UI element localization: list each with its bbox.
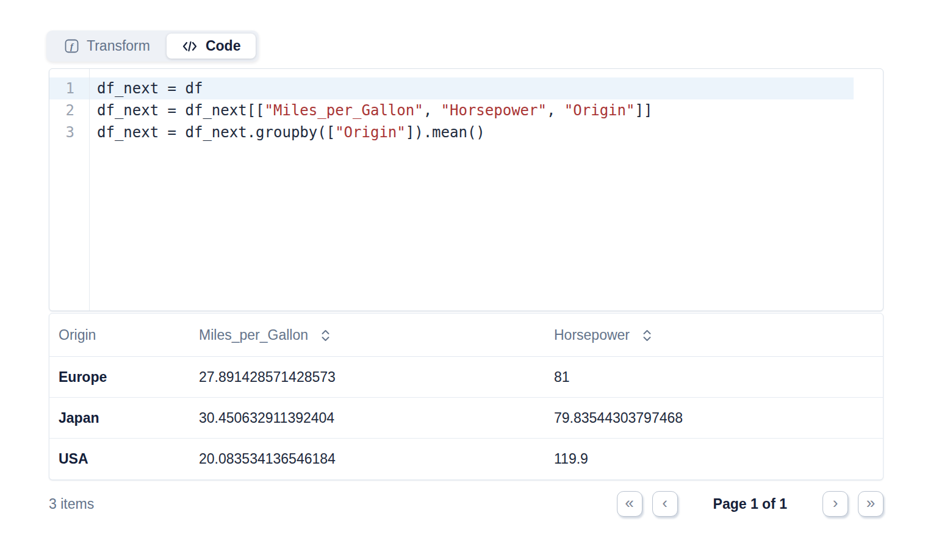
editor-gutter: 1 2 3	[49, 69, 90, 311]
table-row: USA 20.083534136546184 119.9	[49, 439, 883, 479]
table-row: Europe 27.891428571428573 81	[49, 357, 883, 398]
last-page-icon: »	[866, 495, 875, 511]
next-page-button[interactable]: ›	[822, 491, 848, 517]
app-canvas: f Transform Code 1 2 3 df_next = df	[0, 0, 925, 560]
tab-code[interactable]: Code	[167, 34, 256, 59]
table-header-row: Origin Miles_per_Gallon Horsepower	[49, 314, 883, 357]
svg-text:f: f	[70, 41, 74, 51]
column-header-horsepower[interactable]: Horsepower	[545, 327, 883, 343]
sort-icon[interactable]	[322, 329, 329, 342]
cell-horsepower: 81	[545, 369, 883, 386]
table-footer: 3 items « ‹ Page 1 of 1 › »	[49, 487, 884, 521]
line-number: 2	[49, 99, 89, 121]
cell-miles-per-gallon: 27.891428571428573	[190, 369, 545, 386]
cell-horsepower: 119.9	[545, 451, 883, 467]
cell-miles-per-gallon: 30.450632911392404	[190, 410, 545, 426]
items-count: 3 items	[49, 496, 94, 512]
previous-page-icon: ‹	[662, 495, 668, 511]
code-line: df_next = df_next.groupby(["Origin"]).me…	[97, 121, 883, 143]
line-number: 1	[49, 77, 89, 99]
column-header-origin: Origin	[49, 327, 190, 343]
line-number: 3	[49, 121, 89, 143]
tab-transform-label: Transform	[87, 38, 150, 54]
editor-content[interactable]: df_next = df df_next = df_next[["Miles_p…	[90, 69, 883, 311]
cell-horsepower: 79.83544303797468	[545, 410, 883, 426]
cell-origin: USA	[49, 451, 190, 467]
code-icon	[182, 40, 198, 53]
column-header-miles-per-gallon[interactable]: Miles_per_Gallon	[190, 327, 545, 343]
cell-origin: Japan	[49, 410, 190, 426]
code-line: df_next = df_next[["Miles_per_Gallon", "…	[97, 99, 883, 121]
previous-page-button[interactable]: ‹	[652, 491, 678, 517]
view-toggle: f Transform Code	[46, 31, 259, 62]
next-page-icon: ›	[833, 495, 838, 511]
result-table: Origin Miles_per_Gallon Horsepower	[49, 313, 884, 480]
first-page-icon: «	[625, 495, 633, 511]
code-editor[interactable]: 1 2 3 df_next = df df_next = df_next[["M…	[49, 68, 884, 311]
sort-icon[interactable]	[643, 329, 651, 342]
tab-transform[interactable]: f Transform	[49, 34, 165, 59]
tab-code-label: Code	[206, 38, 241, 54]
table-row: Japan 30.450632911392404 79.835443037974…	[49, 398, 883, 439]
pagination: « ‹ Page 1 of 1 › »	[617, 491, 884, 517]
last-page-button[interactable]: »	[858, 491, 884, 517]
page-indicator: Page 1 of 1	[713, 496, 787, 512]
function-icon: f	[65, 39, 79, 53]
first-page-button[interactable]: «	[617, 491, 642, 517]
cell-miles-per-gallon: 20.083534136546184	[190, 451, 545, 467]
cell-origin: Europe	[49, 369, 190, 386]
code-line: df_next = df	[97, 77, 883, 99]
